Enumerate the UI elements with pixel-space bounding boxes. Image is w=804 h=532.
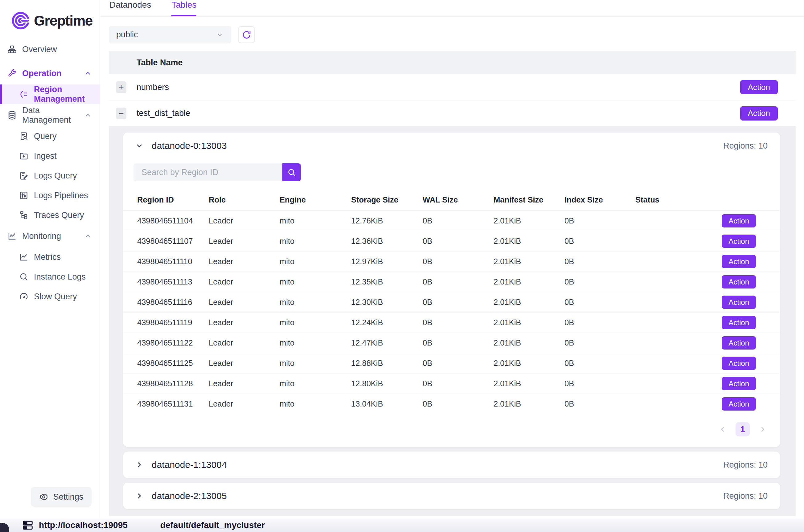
sidebar-item-instance-logs[interactable]: Instance Logs <box>0 267 100 287</box>
datanode-0-header[interactable]: datanode-0:13003 Regions: 10 <box>123 133 780 159</box>
wrench-icon <box>7 69 17 78</box>
next-page-icon[interactable] <box>759 425 767 434</box>
action-button[interactable]: Action <box>722 316 756 329</box>
region-wal-size: 0B <box>423 359 494 368</box>
action-button[interactable]: Action <box>722 377 756 390</box>
magnifier-icon <box>19 272 28 281</box>
col-index-size: Index Size <box>564 195 635 204</box>
region-index-size: 0B <box>564 237 635 246</box>
region-row: 4398046511122 Leader mito 12.47KiB 0B 2.… <box>123 333 780 353</box>
sidebar-item-slow-query[interactable]: Slow Query <box>0 287 100 306</box>
action-button[interactable]: Action <box>722 214 756 227</box>
region-wal-size: 0B <box>423 237 494 246</box>
region-storage-size: 12.35KiB <box>351 278 423 286</box>
sidebar-item-monitoring[interactable]: Monitoring <box>0 226 100 246</box>
brand-logo: Greptime <box>0 0 100 39</box>
region-index-size: 0B <box>564 399 635 408</box>
col-wal-size: WAL Size <box>423 195 494 204</box>
traces-query-icon <box>19 210 28 220</box>
region-manifest-size: 2.01KiB <box>494 257 564 266</box>
region-wal-size: 0B <box>423 257 494 266</box>
datanode-1-header[interactable]: datanode-1:13004 Regions: 10 <box>123 452 780 478</box>
action-button[interactable]: Action <box>722 296 756 309</box>
action-button[interactable]: Action <box>722 357 756 370</box>
datanode-title: datanode-0:13003 <box>152 140 227 151</box>
sidebar-item-metrics[interactable]: Metrics <box>0 247 100 267</box>
datanode-title: datanode-2:13005 <box>152 491 227 501</box>
sidebar-item-query[interactable]: Query <box>0 126 100 146</box>
chevron-down-icon <box>216 31 224 39</box>
chevron-up-icon[interactable] <box>84 69 92 77</box>
region-storage-size: 13.04KiB <box>351 399 423 408</box>
refresh-button[interactable] <box>238 26 255 43</box>
action-button[interactable]: Action <box>722 275 756 288</box>
region-manifest-size: 2.01KiB <box>494 298 564 307</box>
action-button[interactable]: Action <box>722 255 756 268</box>
brand-name: Greptime <box>34 12 93 29</box>
sidebar-item-region-management[interactable]: Region Management <box>0 84 100 104</box>
previous-page-icon[interactable] <box>718 425 727 434</box>
chevron-down-icon <box>135 141 143 150</box>
query-doc-icon <box>19 132 28 141</box>
region-id: 4398046511122 <box>137 338 209 347</box>
action-button[interactable]: Action <box>740 106 778 120</box>
sidebar-nav: Overview Operation Region Management <box>0 39 100 487</box>
schema-select[interactable]: public <box>109 26 231 43</box>
region-role: Leader <box>209 257 280 266</box>
sidebar-item-traces-query[interactable]: Traces Query <box>0 205 100 225</box>
region-role: Leader <box>209 359 280 368</box>
region-index-size: 0B <box>564 278 635 286</box>
sidebar-item-label: Instance Logs <box>34 272 86 282</box>
action-button[interactable]: Action <box>722 397 756 411</box>
server-icon <box>22 520 33 531</box>
region-index-size: 0B <box>564 338 635 347</box>
region-row: 4398046511125 Leader mito 12.88KiB 0B 2.… <box>123 353 780 374</box>
region-manifest-size: 2.01KiB <box>494 216 564 225</box>
col-role: Role <box>209 195 280 204</box>
sidebar-item-ingest[interactable]: Ingest <box>0 146 100 166</box>
page-number[interactable]: 1 <box>735 422 750 436</box>
sidebar-item-label: Monitoring <box>22 231 61 241</box>
region-role: Leader <box>209 399 280 408</box>
region-index-size: 0B <box>564 298 635 307</box>
expand-plus-icon[interactable]: + <box>116 81 127 93</box>
sidebar-item-logs-query[interactable]: Logs Query <box>0 166 100 186</box>
sidebar-item-operation[interactable]: Operation <box>0 63 100 83</box>
region-row: 4398046511116 Leader mito 12.30KiB 0B 2.… <box>123 292 780 312</box>
sidebar-item-logs-pipelines[interactable]: Logs Pipelines <box>0 186 100 205</box>
collapse-minus-icon[interactable]: − <box>116 108 127 119</box>
region-table-header: Region ID Role Engine Storage Size WAL S… <box>123 189 780 211</box>
table-name-column-header: Table Name <box>137 58 183 68</box>
region-management-icon <box>19 90 28 99</box>
main-content: Datanodes Tables public Table Name + num… <box>100 0 804 518</box>
chevron-right-icon <box>135 492 143 500</box>
sidebar-item-overview[interactable]: Overview <box>0 39 100 59</box>
region-index-size: 0B <box>564 318 635 327</box>
region-manifest-size: 2.01KiB <box>494 359 564 368</box>
chevron-up-icon[interactable] <box>84 111 92 119</box>
region-manifest-size: 2.01KiB <box>494 237 564 246</box>
action-button[interactable]: Action <box>722 336 756 349</box>
region-storage-size: 12.80KiB <box>351 379 423 388</box>
region-search-input[interactable] <box>133 163 282 181</box>
region-row: 4398046511104 Leader mito 12.76KiB 0B 2.… <box>123 211 780 231</box>
region-row: 4398046511110 Leader mito 12.97KiB 0B 2.… <box>123 251 780 272</box>
settings-label: Settings <box>53 492 83 502</box>
settings-gear-icon <box>39 492 49 501</box>
datanode-2-header[interactable]: datanode-2:13005 Regions: 10 <box>123 483 780 509</box>
region-storage-size: 12.76KiB <box>351 216 423 225</box>
region-role: Leader <box>209 379 280 388</box>
tables-header: Table Name <box>109 51 796 74</box>
region-search-button[interactable] <box>282 163 301 181</box>
tab-tables[interactable]: Tables <box>171 0 196 16</box>
tab-datanodes[interactable]: Datanodes <box>110 0 151 16</box>
action-button[interactable]: Action <box>740 80 778 94</box>
region-id: 4398046511131 <box>137 399 209 408</box>
server-url[interactable]: http://localhost:19095 <box>39 520 128 530</box>
action-button[interactable]: Action <box>722 234 756 248</box>
region-row: 4398046511119 Leader mito 12.24KiB 0B 2.… <box>123 312 780 333</box>
sidebar-item-data-management[interactable]: Data Management <box>0 106 100 125</box>
chevron-up-icon[interactable] <box>84 232 92 240</box>
cluster-name[interactable]: default/default_mycluster <box>160 520 265 530</box>
settings-button[interactable]: Settings <box>31 487 92 507</box>
